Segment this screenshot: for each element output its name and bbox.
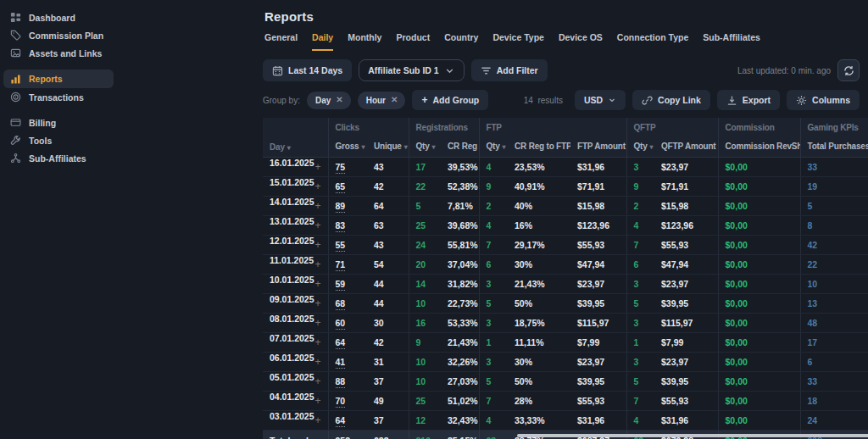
cell-commission: $0,00 xyxy=(718,176,800,196)
column-header-total-purchases[interactable]: Total Purchases▾ xyxy=(800,136,868,157)
cell-ftp-qty: 6 xyxy=(479,254,508,274)
gross-value-link[interactable]: 41 xyxy=(336,357,346,369)
sidebar-item-sub-affiliates[interactable]: Sub-Affiliates xyxy=(3,149,114,167)
cell-qftp-amount: $23,97 xyxy=(654,352,718,371)
page-title: Reports xyxy=(263,8,868,24)
gross-value-link[interactable]: 59 xyxy=(336,279,346,291)
sidebar-item-tools[interactable]: Tools xyxy=(3,131,114,149)
gross-value-link[interactable]: 65 xyxy=(336,181,346,193)
cell-qftp-qty: 5 xyxy=(626,293,654,313)
tab-sub-affiliates[interactable]: Sub-Affiliates xyxy=(703,32,760,51)
gross-value-link[interactable]: 89 xyxy=(336,201,346,213)
cell-reg-qty: 24 xyxy=(409,235,441,254)
cell-commission: $0,00 xyxy=(718,313,800,332)
add-group-button[interactable]: + Add Group xyxy=(412,90,488,110)
tab-monthly[interactable]: Monthly xyxy=(348,32,381,51)
cell-cr-reg: 52,38% xyxy=(441,176,479,196)
cell-total-purchases: 22 xyxy=(800,254,868,274)
column-header-qftp-amount[interactable]: QFTP Amount▾ xyxy=(654,136,718,157)
cell-reg-qty: 25 xyxy=(409,391,441,410)
cell-cr-reg: 32,26% xyxy=(441,352,479,371)
cell-unique: 30 xyxy=(367,313,409,332)
expand-row-button[interactable]: + xyxy=(314,372,320,391)
reports-table: Day▾ Clicks Registrations FTP QFTP Commi… xyxy=(263,118,868,439)
sidebar-item-transactions[interactable]: Transactions xyxy=(3,88,114,106)
cell-gross: 71 xyxy=(328,254,367,274)
download-icon xyxy=(726,95,737,106)
expand-row-button[interactable]: + xyxy=(314,158,320,176)
target-icon xyxy=(10,92,21,103)
expand-row-button[interactable]: + xyxy=(314,294,320,313)
gross-value-link[interactable]: 83 xyxy=(336,220,346,232)
gross-value-link[interactable]: 55 xyxy=(336,240,346,252)
close-icon[interactable]: ✕ xyxy=(391,96,398,104)
expand-row-button[interactable]: + xyxy=(314,236,320,254)
column-header-qftp-qty[interactable]: Qty▾ xyxy=(626,136,654,157)
sidebar-item-commission-plan[interactable]: Commission Plan xyxy=(3,26,114,44)
export-button[interactable]: Export xyxy=(717,90,780,110)
column-header-gross[interactable]: Gross▾ xyxy=(328,136,367,157)
column-header-ftp-qty[interactable]: Qty▾ xyxy=(479,136,508,157)
gross-value-link[interactable]: 70 xyxy=(336,396,346,408)
expand-row-button[interactable]: + xyxy=(314,216,320,235)
tab-product[interactable]: Product xyxy=(396,32,430,51)
tab-device-os[interactable]: Device OS xyxy=(559,32,603,51)
tab-general[interactable]: General xyxy=(264,32,298,51)
gross-value-link[interactable]: 75 xyxy=(336,162,346,174)
group-header-qftp: QFTP xyxy=(626,118,718,136)
column-header-reg-qty[interactable]: Qty▾ xyxy=(409,136,441,157)
gross-value-link[interactable]: 71 xyxy=(336,259,346,271)
group-by-chip-hour[interactable]: Hour ✕ xyxy=(358,92,406,109)
scrollbar-thumb[interactable] xyxy=(517,434,868,437)
row-date: 15.01.2025 xyxy=(270,177,314,187)
column-header-ftp-amount[interactable]: FTP Amount▾ xyxy=(570,136,626,157)
cell-ftp-amount: $55,93 xyxy=(570,391,626,410)
cell-reg-qty: 10 xyxy=(409,352,441,371)
cell-cr-reg: 53,33% xyxy=(441,313,479,332)
copy-link-button[interactable]: Copy Link xyxy=(632,90,710,110)
column-header-commission-revshare[interactable]: Commission RevShare▾ xyxy=(718,136,800,157)
tab-daily[interactable]: Daily xyxy=(312,32,333,51)
sidebar-item-billing[interactable]: Billing xyxy=(3,114,114,131)
table-row: 06.01.2025+ 41 31 10 32,26% 3 30% $23,97… xyxy=(263,352,868,371)
columns-button[interactable]: Columns xyxy=(787,90,860,110)
column-header-day[interactable]: Day▾ xyxy=(263,118,328,157)
gross-value-link[interactable]: 88 xyxy=(336,376,346,388)
sidebar-item-assets-and-links[interactable]: Assets and Links xyxy=(3,44,114,62)
expand-row-button[interactable]: + xyxy=(314,314,320,332)
sidebar-item-dashboard[interactable]: Dashboard xyxy=(3,8,114,26)
group-by-chip-day[interactable]: Day ✕ xyxy=(307,92,351,109)
sidebar-item-reports[interactable]: Reports xyxy=(3,69,114,88)
currency-label: USD xyxy=(584,95,603,105)
cell-gross: 59 xyxy=(328,274,367,293)
expand-row-button[interactable]: + xyxy=(314,255,320,274)
expand-row-button[interactable]: + xyxy=(314,177,320,196)
add-filter-button[interactable]: Add Filter xyxy=(471,59,548,81)
currency-select[interactable]: USD xyxy=(575,90,626,110)
tab-device-type[interactable]: Device Type xyxy=(492,32,544,51)
column-header-cr-reg-to-ftp[interactable]: CR Reg to FTP▾ xyxy=(508,136,570,157)
date-range-button[interactable]: Last 14 Days xyxy=(263,59,352,81)
gross-value-link[interactable]: 64 xyxy=(336,337,346,349)
expand-row-button[interactable]: + xyxy=(314,275,320,293)
plus-icon: + xyxy=(421,95,427,105)
expand-row-button[interactable]: + xyxy=(314,197,320,215)
cell-ftp-qty: 2 xyxy=(479,196,508,215)
expand-row-button[interactable]: + xyxy=(314,392,320,410)
tab-country[interactable]: Country xyxy=(444,32,478,51)
gross-value-link[interactable]: 60 xyxy=(336,318,346,330)
table-row: 13.01.2025+ 83 63 25 39,68% 4 16% $123,9… xyxy=(263,215,868,235)
affiliate-filter-button[interactable]: Affiliate Sub ID 1 xyxy=(359,59,464,81)
gross-value-link[interactable]: 68 xyxy=(336,298,346,310)
cell-cr-reg: 32,43% xyxy=(441,410,479,430)
gross-value-link[interactable]: 64 xyxy=(336,415,346,427)
refresh-button[interactable] xyxy=(837,59,860,81)
column-header-cr-reg[interactable]: CR Reg▾ xyxy=(441,136,479,157)
expand-row-button[interactable]: + xyxy=(314,333,320,352)
cell-cr-reg: 39,68% xyxy=(441,215,479,235)
expand-row-button[interactable]: + xyxy=(314,353,320,371)
tab-connection-type[interactable]: Connection Type xyxy=(617,32,688,51)
expand-row-button[interactable]: + xyxy=(314,411,320,430)
column-header-unique[interactable]: Unique▾ xyxy=(367,136,409,157)
close-icon[interactable]: ✕ xyxy=(336,96,342,104)
